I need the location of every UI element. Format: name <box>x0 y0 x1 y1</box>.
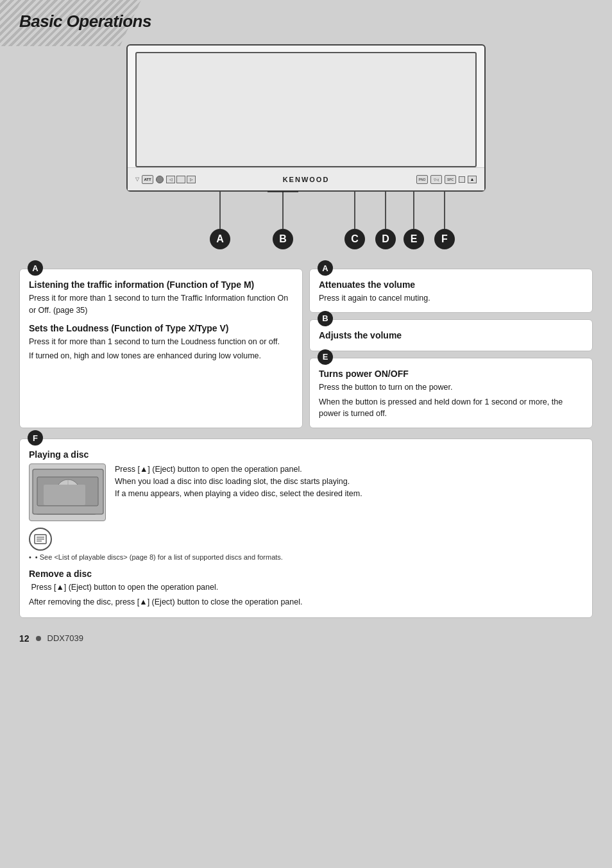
info-box-right-a: A Attenuates the volume Press it again t… <box>309 269 593 313</box>
info-box-right-e: E Turns power ON/OFF Press the button to… <box>309 358 593 428</box>
callout-svg <box>126 192 486 249</box>
badge-D: D <box>375 229 396 249</box>
attenuate-title: Attenuates the volume <box>319 280 583 290</box>
section2-body2: If turned on, high and low tones are enh… <box>29 350 293 362</box>
note-bullet: • <box>29 553 31 561</box>
badge-label-a: A <box>28 260 43 276</box>
pno-button: PNO <box>416 175 428 184</box>
device-illustration-area: ▽ ATT ◁ ▷ KENWOOD PNO ▽◁ <box>0 38 612 249</box>
right-column: A Attenuates the volume Press it again t… <box>309 269 593 428</box>
section2-title: Sets the Loudness (Function of Type X/Ty… <box>29 323 293 333</box>
page-footer: 12 DDX7039 <box>0 631 612 651</box>
info-box-left-a: A Listening the traffic information (Fun… <box>19 269 303 428</box>
power-title: Turns power ON/OFF <box>319 369 583 379</box>
page-model: DDX7039 <box>47 633 83 643</box>
note-icon <box>29 528 52 551</box>
section2: Sets the Loudness (Function of Type X/Ty… <box>29 323 293 363</box>
remove-body2: After removing the disc, press [▲] (Ejec… <box>29 596 583 608</box>
power-body1: Press the button to turn on the power. <box>319 381 583 394</box>
note-text: • See <List of playable discs> (page 8) … <box>35 553 283 561</box>
page-header: Basic Operations <box>0 0 612 38</box>
remove-disc-title: Remove a disc <box>29 569 583 579</box>
kenwood-logo: KENWOOD <box>283 176 330 183</box>
eject-btn: ▲ <box>468 176 477 183</box>
page-title: Basic Operations <box>19 12 593 31</box>
vcl-button: ▽◁ <box>430 175 442 184</box>
info-box-full-f: F Playing a disc Press [▲] (Eject) bu <box>19 438 593 618</box>
playing-disc-body: Press [▲] (Eject) button to open the ope… <box>115 463 362 499</box>
stereo-controls-row: ▽ ATT ◁ ▷ KENWOOD PNO ▽◁ <box>128 167 484 190</box>
att-button: ATT <box>142 175 153 184</box>
knob-a <box>156 176 164 183</box>
note-area: • • See <List of playable discs> (page 8… <box>29 528 583 561</box>
badge-C: C <box>344 229 365 249</box>
disc-text-area: Press [▲] (Eject) button to open the ope… <box>115 463 362 521</box>
svg-point-10 <box>65 488 71 494</box>
disc-tray-svg <box>30 464 106 521</box>
power-btn <box>459 176 465 183</box>
disc-tray-image <box>29 463 106 521</box>
spc-button: SPC <box>445 175 456 184</box>
disc-content: Press [▲] (Eject) button to open the ope… <box>29 463 583 521</box>
remove-disc-section: Remove a disc Press [▲] (Eject) button t… <box>29 569 583 608</box>
content-area: A Listening the traffic information (Fun… <box>0 249 612 631</box>
badge-A: A <box>210 229 230 249</box>
attenuate-body: Press it again to cancel muting. <box>319 292 583 305</box>
section1-title: Listening the traffic information (Funct… <box>29 280 293 290</box>
badge-label-e: E <box>318 349 333 365</box>
page-number: 12 <box>19 633 30 644</box>
badge-B: B <box>273 229 293 249</box>
badge-F: F <box>434 229 455 249</box>
info-box-right-b: B Adjusts the volume <box>309 319 593 351</box>
badge-label-a2: A <box>318 260 333 276</box>
badge-label-f: F <box>28 430 43 446</box>
note-row: • • See <List of playable discs> (page 8… <box>29 553 583 561</box>
section2-body1: Press it for more than 1 second to turn … <box>29 336 293 348</box>
stereo-screen <box>135 52 477 167</box>
playing-disc-title: Playing a disc <box>29 449 583 460</box>
callout-lines-area: A B C D E F <box>126 192 486 249</box>
adjust-volume-title: Adjusts the volume <box>319 330 583 340</box>
badge-E: E <box>404 229 424 249</box>
remove-body1: Press [▲] (Eject) button to open the ope… <box>29 581 583 594</box>
footer-separator <box>36 636 41 641</box>
section1-body: Press it for more than 1 second to turn … <box>29 292 293 317</box>
power-body2: When the button is pressed and held down… <box>319 396 583 421</box>
stereo-unit: ▽ ATT ◁ ▷ KENWOOD PNO ▽◁ <box>126 44 486 192</box>
badge-label-b: B <box>318 311 333 326</box>
note-svg <box>33 532 47 546</box>
